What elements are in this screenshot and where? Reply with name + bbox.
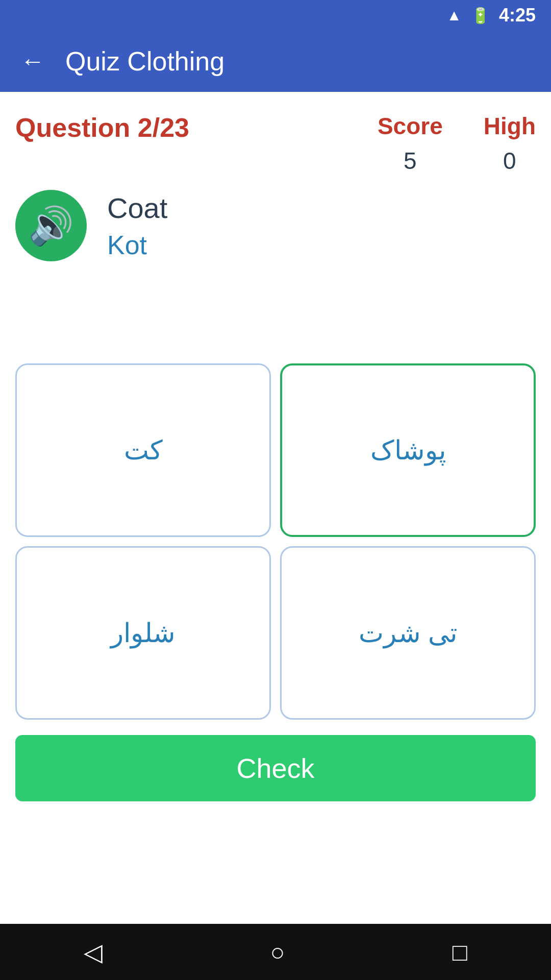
answer-card-2[interactable]: پوشاک xyxy=(280,363,536,537)
score-col: Score 5 xyxy=(378,112,443,175)
question-label: Question 2/23 xyxy=(15,112,189,143)
check-button-label: Check xyxy=(236,752,314,784)
status-bar: ▲ 🔋 4:25 xyxy=(0,0,551,31)
nav-back-icon[interactable]: ◁ xyxy=(84,938,103,966)
answer-card-3[interactable]: شلوار xyxy=(15,546,271,720)
signal-icon: ▲ xyxy=(446,7,462,24)
speaker-icon: 🔊 xyxy=(28,204,74,248)
speaker-button[interactable]: 🔊 xyxy=(15,190,87,261)
answer-text-4: تی شرت xyxy=(359,618,457,648)
status-icons: ▲ 🔋 4:25 xyxy=(446,5,536,26)
answer-grid: کت پوشاک شلوار تی شرت xyxy=(15,363,536,720)
nav-home-icon[interactable]: ○ xyxy=(270,938,285,966)
word-english: Coat xyxy=(107,191,167,225)
answer-text-2: پوشاک xyxy=(370,435,446,465)
status-time: 4:25 xyxy=(499,5,536,26)
score-label: Score xyxy=(378,112,443,140)
nav-square-icon[interactable]: □ xyxy=(453,938,467,966)
word-urdu: Kot xyxy=(107,230,167,260)
answer-card-1[interactable]: کت xyxy=(15,363,271,537)
high-value: 0 xyxy=(503,147,516,175)
high-col: High 0 xyxy=(484,112,536,175)
word-row: 🔊 Coat Kot xyxy=(15,190,536,261)
battery-icon: 🔋 xyxy=(471,7,490,24)
score-high-group: Score 5 High 0 xyxy=(378,112,536,175)
answer-card-4[interactable]: تی شرت xyxy=(280,546,536,720)
back-arrow-icon: ← xyxy=(20,47,45,75)
app-bar: ← Quiz Clothing xyxy=(0,31,551,92)
answer-text-1: کت xyxy=(124,435,163,465)
back-button[interactable]: ← xyxy=(15,44,50,79)
word-group: Coat Kot xyxy=(107,191,167,260)
nav-bar: ◁ ○ □ xyxy=(0,924,551,980)
score-value: 5 xyxy=(404,147,417,175)
check-button[interactable]: Check xyxy=(15,735,536,801)
app-title: Quiz Clothing xyxy=(65,46,224,77)
answer-text-3: شلوار xyxy=(111,618,176,648)
main-content: Question 2/23 Score 5 High 0 🔊 Coat Kot … xyxy=(0,92,551,817)
high-label: High xyxy=(484,112,536,140)
